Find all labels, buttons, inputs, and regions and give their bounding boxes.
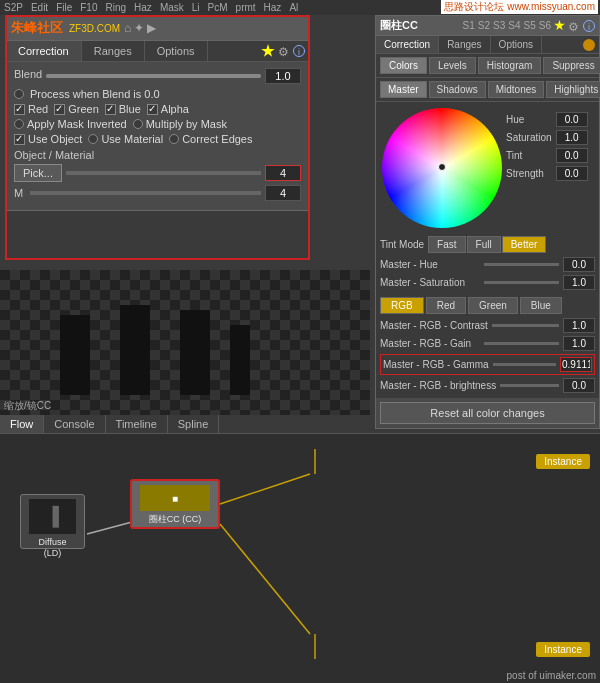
d-slider[interactable] (66, 171, 261, 175)
menu-prmt[interactable]: prmt (236, 2, 256, 13)
instance-node-top[interactable]: Instance (536, 454, 590, 469)
right-tab-ranges[interactable]: Ranges (439, 36, 490, 53)
s2-label: S2 (478, 20, 490, 31)
home-icon[interactable]: ⌂ (124, 21, 131, 35)
d-value[interactable] (265, 165, 301, 181)
master-tab[interactable]: Master (380, 81, 427, 98)
apply-mask-radio[interactable] (14, 119, 24, 129)
menu-li[interactable]: Li (192, 2, 200, 13)
apply-mask-label: Apply Mask Inverted (27, 118, 127, 130)
correct-edges-radio[interactable] (169, 134, 179, 144)
multiply-mask-radio[interactable] (133, 119, 143, 129)
menu-pcm[interactable]: PcM (208, 2, 228, 13)
spline-tab[interactable]: Spline (168, 415, 220, 433)
menu-ring[interactable]: Ring (106, 2, 127, 13)
menu-file[interactable]: File (56, 2, 72, 13)
right-tab-correction[interactable]: Correction (376, 36, 439, 53)
red-checkbox[interactable] (14, 104, 25, 115)
left-panel-header: 朱峰社区 ZF3D.COM ⌂ ✦ ▶ (6, 16, 309, 41)
blue-checkbox[interactable] (105, 104, 116, 115)
green-checkbox[interactable] (54, 104, 65, 115)
right-tab-options[interactable]: Options (491, 36, 542, 53)
menu-haz2[interactable]: Haz (264, 2, 282, 13)
rgb-btn[interactable]: RGB (380, 297, 424, 314)
gain-value[interactable] (563, 336, 595, 351)
master-sat-slider[interactable] (484, 281, 559, 284)
timeline-tab[interactable]: Timeline (106, 415, 168, 433)
gamma-slider[interactable] (493, 363, 556, 366)
contrast-value[interactable] (563, 318, 595, 333)
tab-correction[interactable]: Correction (6, 41, 82, 61)
blend-slider[interactable] (46, 74, 261, 78)
saturation-value[interactable] (556, 130, 588, 145)
hue-value[interactable] (556, 112, 588, 127)
color-wheel-dot[interactable] (438, 163, 446, 171)
green-btn[interactable]: Green (468, 297, 518, 314)
reset-button[interactable]: Reset all color changes (380, 402, 595, 424)
settings-icon[interactable]: ✦ (134, 21, 144, 35)
midtones-tab[interactable]: Midtones (488, 81, 545, 98)
gamma-value[interactable] (560, 357, 592, 372)
menu-al[interactable]: Al (289, 2, 298, 13)
color-wheel-container: Hue Saturation Tint Strength (376, 102, 599, 234)
instance-node-bottom[interactable]: Instance (536, 642, 590, 657)
colors-btn[interactable]: Colors (380, 57, 427, 74)
blend-value[interactable] (265, 68, 301, 84)
right-slider-section: Master - Hue Master - Saturation (376, 255, 599, 295)
suppress-btn[interactable]: Suppress (543, 57, 600, 74)
m-value[interactable] (265, 185, 301, 201)
blue-label: Blue (119, 103, 141, 115)
blue-btn[interactable]: Blue (520, 297, 562, 314)
flow-tab[interactable]: Flow (0, 415, 44, 433)
m-slider[interactable] (30, 191, 261, 195)
brightness-slider[interactable] (500, 384, 559, 387)
histogram-btn[interactable]: Histogram (478, 57, 542, 74)
gain-slider[interactable] (484, 342, 559, 345)
contrast-slider[interactable] (492, 324, 559, 327)
use-material-item: Use Material (88, 133, 163, 145)
process-radio[interactable] (14, 89, 24, 99)
diffuse-label: Diffuse (LD) (39, 537, 67, 558)
master-hue-value[interactable] (563, 257, 595, 272)
menu-f10[interactable]: F10 (80, 2, 97, 13)
tint-better-btn[interactable]: Better (502, 236, 547, 253)
alpha-checkbox[interactable] (147, 104, 158, 115)
cc-node[interactable]: ■ 圈柱CC (CC) (130, 479, 220, 529)
tab-options[interactable]: Options (145, 41, 208, 61)
hue-row: Hue (506, 112, 588, 127)
master-sat-value[interactable] (563, 275, 595, 290)
menu-s2p[interactable]: S2P (4, 2, 23, 13)
highlights-tab[interactable]: Highlights (546, 81, 600, 98)
levels-btn[interactable]: Levels (429, 57, 476, 74)
use-material-radio[interactable] (88, 134, 98, 144)
rgb-tabs: RGB Red Green Blue (376, 295, 599, 316)
diffuse-node[interactable]: ▐ Diffuse (LD) (20, 494, 85, 549)
contrast-row: Master - RGB - Contrast (380, 318, 595, 333)
menu-haz[interactable]: Haz (134, 2, 152, 13)
shadows-tab[interactable]: Shadows (429, 81, 486, 98)
tint-fast-btn[interactable]: Fast (428, 236, 465, 253)
color-wheel[interactable] (382, 108, 502, 228)
strength-value[interactable] (556, 166, 588, 181)
brightness-value[interactable] (563, 378, 595, 393)
tint-value[interactable] (556, 148, 588, 163)
use-object-checkbox[interactable] (14, 134, 25, 145)
s6-label: S6 (539, 20, 551, 31)
arrow-icon[interactable]: ▶ (147, 21, 156, 35)
master-hue-label: Master - Hue (380, 259, 480, 270)
tab-ranges[interactable]: Ranges (82, 41, 145, 61)
red-btn[interactable]: Red (426, 297, 466, 314)
correct-edges-label: Correct Edges (182, 133, 252, 145)
pick-button[interactable]: Pick... (14, 164, 62, 182)
radiation-icon (261, 44, 275, 58)
svg-line-1 (220, 474, 310, 504)
s1-label: S1 (463, 20, 475, 31)
menu-mask[interactable]: Mask (160, 2, 184, 13)
menu-edit[interactable]: Edit (31, 2, 48, 13)
master-hue-slider[interactable] (484, 263, 559, 266)
brightness-row: Master - RGB - brightness (380, 378, 595, 393)
tint-full-btn[interactable]: Full (467, 236, 501, 253)
gamma-row: Master - RGB - Gamma (380, 354, 595, 375)
pillar-3 (180, 310, 210, 395)
console-tab[interactable]: Console (44, 415, 105, 433)
